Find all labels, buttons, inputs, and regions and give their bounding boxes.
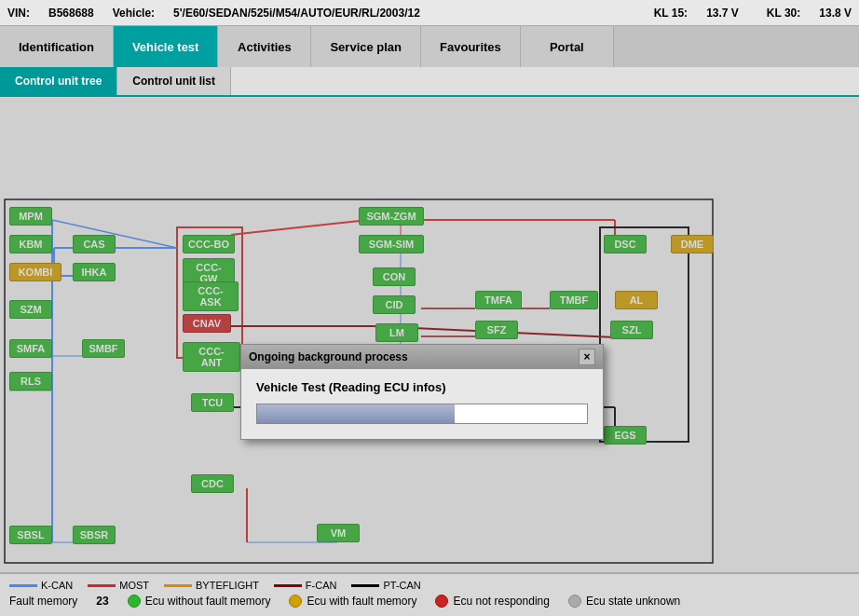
subtab-control-unit-tree[interactable]: Control unit tree bbox=[0, 67, 117, 95]
tab-activities[interactable]: Activities bbox=[218, 26, 311, 67]
dialog: Ongoing background process × Vehicle Tes… bbox=[240, 344, 604, 440]
unknown-label: Ecu state unknown bbox=[586, 595, 680, 608]
vehicle-label: Vehicle: bbox=[113, 7, 155, 20]
pt-can-label: PT-CAN bbox=[383, 580, 420, 591]
byteflight-line bbox=[164, 584, 192, 587]
kl-info: KL 15: 13.7 V KL 30: 13.8 V bbox=[654, 7, 852, 20]
k-can-legend: K-CAN bbox=[9, 580, 73, 591]
pt-can-line bbox=[351, 584, 379, 587]
nav-tabs: Identification Vehicle test Activities S… bbox=[0, 26, 859, 67]
progress-bar-container bbox=[256, 404, 588, 424]
dialog-title: Ongoing background process bbox=[249, 350, 408, 363]
f-can-line bbox=[274, 584, 302, 587]
k-can-line bbox=[9, 584, 37, 587]
most-line bbox=[88, 584, 116, 587]
top-bar: VIN: B568688 Vehicle: 5'/E60/SEDAN/525i/… bbox=[0, 0, 859, 26]
tab-portal[interactable]: Portal bbox=[521, 26, 614, 67]
with-fault-dot bbox=[289, 595, 302, 608]
pt-can-legend: PT-CAN bbox=[351, 580, 420, 591]
kl30-value: 13.8 V bbox=[819, 7, 852, 20]
most-legend: MOST bbox=[88, 580, 149, 591]
unknown-dot bbox=[568, 595, 581, 608]
no-fault-dot bbox=[128, 595, 141, 608]
with-fault-label: Ecu with fault memory bbox=[307, 595, 416, 608]
dialog-titlebar: Ongoing background process × bbox=[241, 345, 603, 369]
k-can-label: K-CAN bbox=[41, 580, 73, 591]
dialog-close-button[interactable]: × bbox=[579, 349, 595, 365]
tab-vehicle-test[interactable]: Vehicle test bbox=[114, 26, 219, 67]
fault-memory-label: Fault memory bbox=[9, 595, 77, 608]
byteflight-legend: BYTEFLIGHT bbox=[164, 580, 259, 591]
fault-row: Fault memory 23 Ecu without fault memory… bbox=[9, 595, 850, 608]
no-fault-label: Ecu without fault memory bbox=[145, 595, 271, 608]
legend-lines-row: K-CAN MOST BYTEFLIGHT F-CAN PT-CAN bbox=[9, 580, 850, 591]
dialog-overlay: Ongoing background process × Vehicle Tes… bbox=[0, 97, 859, 572]
f-can-label: F-CAN bbox=[306, 580, 337, 591]
fault-memory-count: 23 bbox=[96, 595, 108, 608]
dialog-body: Vehicle Test (Reading ECU infos) bbox=[241, 369, 603, 439]
main-content: MPM KBM KOMBI SZM SMFA RLS SBSL SBSR CAS… bbox=[0, 97, 859, 572]
tab-service-plan[interactable]: Service plan bbox=[311, 26, 421, 67]
vin-label: VIN: bbox=[7, 7, 30, 20]
subtab-control-unit-list[interactable]: Control unit list bbox=[117, 67, 231, 95]
bottom-area: K-CAN MOST BYTEFLIGHT F-CAN PT-CAN Fault… bbox=[0, 572, 859, 616]
with-fault-legend: Ecu with fault memory bbox=[289, 595, 416, 608]
most-label: MOST bbox=[119, 580, 149, 591]
close-icon: × bbox=[583, 350, 590, 363]
vin-value: B568688 bbox=[48, 7, 94, 20]
progress-bar-fill bbox=[257, 404, 455, 423]
sub-tabs: Control unit tree Control unit list bbox=[0, 67, 859, 97]
vehicle-value: 5'/E60/SEDAN/525i/M54/AUTO/EUR/RL/2003/1… bbox=[173, 7, 420, 20]
tab-favourites[interactable]: Favourites bbox=[421, 26, 521, 67]
not-responding-legend: Ecu not responding bbox=[435, 595, 549, 608]
unknown-legend: Ecu state unknown bbox=[568, 595, 680, 608]
no-fault-legend: Ecu without fault memory bbox=[128, 595, 271, 608]
kl15-value: 13.7 V bbox=[706, 7, 739, 20]
kl30-label: KL 30: bbox=[767, 7, 800, 20]
kl15-label: KL 15: bbox=[654, 7, 688, 20]
byteflight-label: BYTEFLIGHT bbox=[196, 580, 259, 591]
tab-identification[interactable]: Identification bbox=[0, 26, 114, 67]
not-responding-label: Ecu not responding bbox=[453, 595, 549, 608]
dialog-body-title: Vehicle Test (Reading ECU infos) bbox=[256, 380, 588, 394]
f-can-legend: F-CAN bbox=[274, 580, 337, 591]
not-responding-dot bbox=[435, 595, 448, 608]
